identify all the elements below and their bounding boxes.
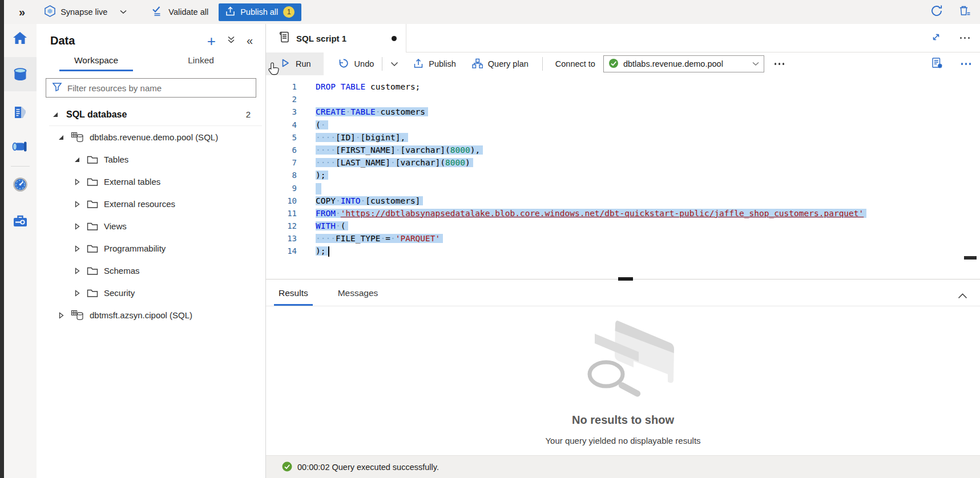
- folder-icon: [87, 222, 98, 231]
- code-line-3[interactable]: 3CREATE·TABLE·customers: [266, 106, 980, 118]
- run-options-chevron-icon[interactable]: [390, 62, 398, 67]
- nav-monitor[interactable]: [9, 173, 31, 198]
- token-pl: customers;: [365, 82, 420, 91]
- code-line-9[interactable]: 9: [266, 182, 980, 195]
- nav-manage[interactable]: [9, 209, 31, 234]
- editor-more-icon[interactable]: [961, 63, 971, 65]
- line-number: 2: [266, 93, 297, 106]
- code-line-8[interactable]: 8);: [266, 169, 980, 181]
- twisty-collapsed-icon[interactable]: [73, 179, 81, 185]
- nav-home[interactable]: [9, 26, 31, 51]
- selection-highlight: COPY·INTO·[customers]: [316, 196, 423, 205]
- tree-item-security[interactable]: Security: [37, 282, 265, 304]
- chevron-down-icon[interactable]: [120, 10, 127, 14]
- tree-item-tables[interactable]: Tables: [37, 148, 265, 171]
- toolbar-more-icon[interactable]: [775, 63, 785, 65]
- tree-item-views[interactable]: Views: [37, 215, 265, 237]
- expand-sidebar-icon[interactable]: »: [19, 6, 25, 19]
- sql-code-editor[interactable]: 1DROP TABLE customers;23CREATE·TABLE·cus…: [266, 75, 980, 279]
- code-line-1[interactable]: 1DROP TABLE customers;: [266, 80, 980, 93]
- code-line-13[interactable]: 13····FILE_TYPE·=·'PARQUET': [266, 232, 980, 245]
- code-line-5[interactable]: 5····[ID]·[bigint],: [266, 131, 980, 144]
- tab-linked[interactable]: Linked: [173, 55, 229, 71]
- code-line-6[interactable]: 6····[FIRST_NAME]·[varchar](8000),: [266, 144, 980, 156]
- folder-icon: [87, 177, 98, 187]
- tree-item-dbtmsft-azsyn-cipool-sql-[interactable]: dbtmsft.azsyn.cipool (SQL): [37, 304, 265, 326]
- publish-button[interactable]: Publish: [413, 58, 456, 70]
- selection-highlight: ····[ID]·[bigint],: [316, 133, 408, 142]
- twisty-expanded-icon[interactable]: [51, 112, 59, 118]
- folder-icon: [87, 155, 98, 164]
- tree-item-schemas[interactable]: Schemas: [37, 260, 265, 282]
- tree-item-external-resources[interactable]: External resources: [37, 193, 265, 215]
- query-status-bar: 00:00:02 Query executed successfully.: [266, 455, 980, 478]
- expand-editor-icon[interactable]: [931, 33, 941, 44]
- token-ws: ····: [316, 234, 336, 243]
- twisty-expanded-icon[interactable]: [73, 157, 81, 163]
- line-number: 8: [266, 169, 297, 181]
- tree-item-label: dbtlabs.revenue.demo.pool (SQL): [90, 132, 218, 142]
- twisty-collapsed-icon[interactable]: [73, 245, 81, 252]
- tree-item-sql-database[interactable]: SQL database2: [37, 103, 265, 125]
- nav-develop[interactable]: [9, 101, 31, 126]
- collapse-results-icon[interactable]: [958, 293, 967, 299]
- toolbar-divider: [542, 57, 543, 71]
- add-resource-icon[interactable]: +: [207, 35, 216, 47]
- pool-selector-dropdown[interactable]: dbtlabs.revenue.demo.pool: [603, 55, 764, 72]
- nav-integrate[interactable]: [9, 135, 31, 160]
- code-line-7[interactable]: 7····[LAST_NAME]·[varchar](8000): [266, 156, 980, 169]
- tab-workspace[interactable]: Workspace: [59, 55, 133, 71]
- code-line-2[interactable]: 2: [266, 93, 980, 106]
- publish-all-button[interactable]: Publish all 1: [219, 3, 301, 21]
- tree-item-dbtlabs-revenue-demo-pool-sql-[interactable]: dbtlabs.revenue.demo.pool (SQL): [37, 126, 265, 148]
- code-line-11[interactable]: 11FROM·'https://dbtlabsynapsedatalake.bl…: [266, 207, 980, 220]
- tree-item-label: SQL database: [66, 110, 127, 120]
- token-ws: ·: [381, 234, 386, 243]
- undo-label: Undo: [354, 59, 374, 68]
- tree-item-programmability[interactable]: Programmability: [37, 237, 265, 260]
- publish-all-label: Publish all: [240, 7, 278, 17]
- code-line-12[interactable]: 12WITH·(: [266, 220, 980, 232]
- validate-all-button[interactable]: Validate all: [152, 6, 208, 18]
- data-panel-tabs: Workspace Linked: [37, 55, 265, 71]
- scrollbar-thumb[interactable]: [964, 256, 977, 260]
- results-tabbar: Results Messages: [266, 279, 980, 306]
- token-pl: [varchar](: [400, 145, 450, 155]
- code-line-14[interactable]: 14);: [266, 245, 980, 257]
- properties-icon[interactable]: [931, 57, 943, 71]
- token-pl: ): [465, 158, 470, 167]
- synapse-live-selector[interactable]: Synapse live: [45, 5, 127, 19]
- tab-messages[interactable]: Messages: [334, 288, 382, 306]
- token-ws: ····: [316, 145, 336, 155]
- twisty-collapsed-icon[interactable]: [73, 223, 81, 230]
- code-line-10[interactable]: 10COPY·INTO·[customers]: [266, 195, 980, 207]
- code-line-4[interactable]: 4(·: [266, 119, 980, 131]
- filter-box[interactable]: [46, 78, 256, 98]
- tab-results[interactable]: Results: [275, 288, 312, 306]
- tree-item-external-tables[interactable]: External tables: [37, 171, 265, 193]
- tab-sql-script-1[interactable]: SQL script 1: [266, 24, 406, 52]
- token-pl: [FIRST_NAME]: [336, 145, 396, 155]
- query-plan-button[interactable]: Query plan: [472, 58, 529, 70]
- twisty-collapsed-icon[interactable]: [73, 290, 81, 297]
- twisty-expanded-icon[interactable]: [57, 135, 65, 140]
- twisty-collapsed-icon[interactable]: [73, 268, 81, 274]
- refresh-icon[interactable]: [930, 5, 943, 19]
- run-button[interactable]: Run: [266, 52, 324, 75]
- tree-item-label: dbtmsft.azsyn.cipool (SQL): [90, 310, 192, 320]
- selection-highlight: FROM·'https://dbtlabsynapsedatalake.blob…: [316, 209, 866, 218]
- discard-all-icon[interactable]: [959, 5, 971, 19]
- line-number: 9: [266, 182, 297, 195]
- line-number: 12: [266, 220, 297, 232]
- expand-all-icon[interactable]: [227, 35, 235, 46]
- twisty-collapsed-icon[interactable]: [73, 201, 81, 208]
- undo-button[interactable]: Undo: [338, 58, 374, 70]
- nav-data[interactable]: [9, 63, 31, 88]
- line-content: CREATE·TABLE·customers: [316, 106, 428, 118]
- collapse-panel-icon[interactable]: «: [247, 34, 253, 47]
- twisty-collapsed-icon[interactable]: [57, 312, 65, 319]
- tab-more-icon[interactable]: [960, 37, 970, 39]
- filter-input[interactable]: [67, 83, 250, 93]
- no-results-illustration: [562, 313, 684, 409]
- token-pl: FILE_TYPE: [336, 234, 381, 243]
